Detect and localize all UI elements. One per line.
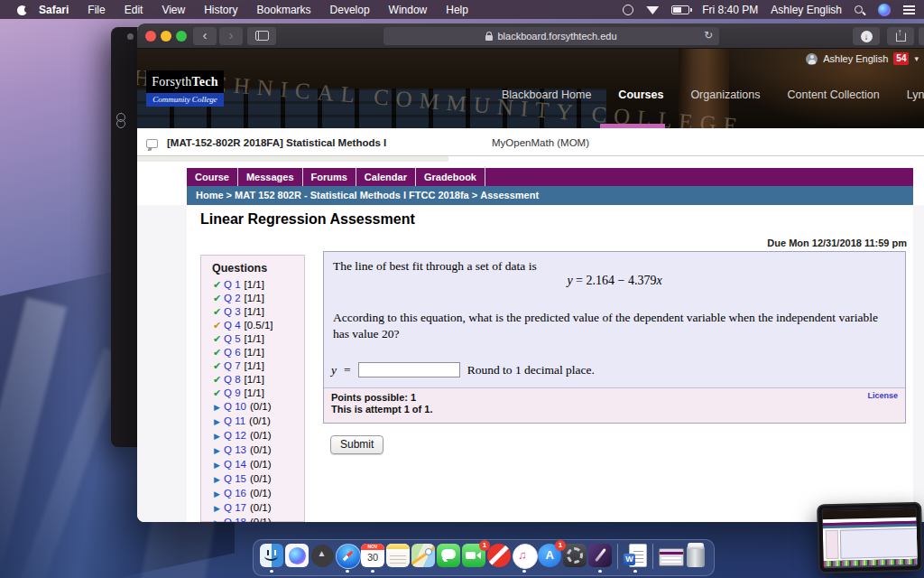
- question-link[interactable]: ✔Q 1[1/1]: [201, 278, 304, 292]
- dock-maps-icon[interactable]: [411, 544, 435, 570]
- downloads-button[interactable]: ↓: [853, 27, 880, 45]
- question-link[interactable]: ▶Q 13(0/1): [201, 443, 304, 458]
- forsyth-tech-logo[interactable]: ForsythTech Community College: [146, 70, 224, 107]
- dock-itunes-icon[interactable]: [513, 544, 536, 570]
- page-tab[interactable]: MyOpenMath (MOM): [492, 137, 589, 148]
- dock-pen-app-icon[interactable]: [588, 544, 612, 570]
- question-link[interactable]: ✔Q 9[1/1]: [201, 387, 304, 400]
- share-button[interactable]: [887, 27, 914, 45]
- question-link[interactable]: ▶Q 11(0/1): [201, 415, 304, 429]
- course-nav-course[interactable]: Course: [187, 168, 238, 186]
- site-nav-blackboard-home[interactable]: Blackboard Home: [502, 89, 591, 101]
- question-link[interactable]: ▶Q 15(0/1): [201, 472, 304, 487]
- question-link[interactable]: ▶Q 12(0/1): [201, 429, 304, 443]
- dock-calendar-icon[interactable]: NOV30: [361, 544, 384, 570]
- menu-window[interactable]: Window: [389, 4, 428, 16]
- question-link[interactable]: ✔Q 5[1/1]: [201, 332, 304, 346]
- share-icon: [896, 33, 906, 42]
- question-link[interactable]: ▶Q 14(0/1): [201, 458, 304, 472]
- course-nav-messages[interactable]: Messages: [238, 168, 303, 186]
- running-indicator: [522, 570, 526, 573]
- question-link[interactable]: ✔Q 3[1/1]: [201, 305, 304, 319]
- menu-clock[interactable]: Fri 8:40 PM: [702, 4, 758, 16]
- submit-button[interactable]: Submit: [330, 435, 383, 454]
- menu-help[interactable]: Help: [446, 4, 468, 16]
- dock-app-store-icon[interactable]: 1: [538, 544, 561, 570]
- spotlight-icon[interactable]: [855, 5, 863, 14]
- menu-file[interactable]: File: [88, 4, 105, 16]
- site-nav-organizations[interactable]: Organizations: [690, 89, 760, 101]
- question-link[interactable]: ▶Q 18(0/1): [201, 516, 304, 522]
- sidebar-toggle-button[interactable]: [247, 27, 276, 45]
- menu-view[interactable]: View: [162, 4, 185, 16]
- battery-icon[interactable]: [671, 5, 689, 14]
- notification-center-icon[interactable]: [903, 5, 915, 14]
- site-nav-content-collection[interactable]: Content Collection: [788, 89, 880, 101]
- answer-input[interactable]: [358, 362, 460, 378]
- menu-user[interactable]: Ashley English: [771, 4, 842, 16]
- question-link[interactable]: ✔Q 8[1/1]: [201, 373, 304, 387]
- course-tab-bar: [MAT-152-802R 2018FA] Statistical Method…: [137, 128, 924, 168]
- question-link[interactable]: ✔Q 7[1/1]: [201, 359, 304, 373]
- dock-launchpad-icon[interactable]: [310, 544, 334, 570]
- license-link[interactable]: License: [867, 391, 898, 400]
- forward-button[interactable]: ›: [219, 27, 243, 45]
- breadcrumb[interactable]: Home > MAT 152 802R - Statistical Method…: [187, 186, 913, 205]
- course-nav-calendar[interactable]: Calendar: [356, 168, 416, 186]
- attempt-info: This is attempt 1 of 1.: [331, 404, 432, 415]
- wifi-icon[interactable]: [646, 5, 659, 14]
- address-bar[interactable]: blackboard.forsythtech.edu ↻: [383, 27, 719, 45]
- user-name: Ashley English: [823, 53, 888, 64]
- running-indicator: [633, 570, 637, 573]
- question-link[interactable]: ✔Q 2[1/1]: [201, 292, 304, 305]
- menu-history[interactable]: History: [204, 4, 237, 16]
- question-link[interactable]: ▶Q 10(0/1): [201, 400, 304, 415]
- dock-safari-icon[interactable]: [336, 544, 359, 570]
- question-link[interactable]: ▶Q 17(0/1): [201, 501, 304, 516]
- window-control-dot[interactable]: [127, 33, 134, 40]
- apple-menu-icon[interactable]: [16, 4, 28, 15]
- dock-facetime-icon[interactable]: 1: [462, 544, 485, 570]
- arrow-icon: ▶: [210, 473, 224, 487]
- course-tab[interactable]: [MAT-152-802R 2018FA] Statistical Method…: [167, 137, 386, 148]
- questions-list: ✔Q 1[1/1]✔Q 2[1/1]✔Q 3[1/1]✔Q 4[0.5/1]✔Q…: [201, 278, 304, 522]
- refresh-icon[interactable]: ↻: [704, 29, 713, 42]
- minimize-button[interactable]: [161, 31, 171, 42]
- menu-bookmarks[interactable]: Bookmarks: [257, 4, 311, 16]
- menu-safari[interactable]: Safari: [39, 4, 69, 16]
- answer-hint: Round to 1 decimal place.: [467, 363, 595, 378]
- menu-edit[interactable]: Edit: [125, 4, 143, 16]
- user-menu[interactable]: Ashley English 54 ▾: [806, 52, 919, 65]
- close-button[interactable]: [145, 31, 156, 42]
- tabs-button[interactable]: [919, 27, 924, 45]
- site-nav-lynda-com[interactable]: Lynda.com: [907, 89, 924, 101]
- dock-notes-icon[interactable]: [386, 544, 410, 570]
- creative-cloud-icon[interactable]: [623, 5, 633, 15]
- check-icon: ✔: [210, 278, 224, 292]
- siri-icon[interactable]: [878, 4, 891, 16]
- dock-finder-icon[interactable]: [260, 544, 283, 570]
- dock-system-preferences-icon[interactable]: [563, 544, 587, 570]
- dock-news-icon[interactable]: [487, 544, 511, 570]
- dock-messages-icon[interactable]: [437, 544, 460, 570]
- question-link[interactable]: ✔Q 6[1/1]: [201, 346, 304, 359]
- check-icon: ✔: [210, 387, 224, 400]
- question-link[interactable]: ▶Q 16(0/1): [201, 487, 304, 501]
- dock-minimized-window-icon[interactable]: [659, 544, 682, 570]
- menu-bar: SafariFileEditViewHistoryBookmarksDevelo…: [0, 0, 924, 19]
- dock-separator: [652, 544, 653, 569]
- dock-trash-icon[interactable]: [684, 544, 707, 570]
- sidebar-icon: [255, 31, 269, 41]
- site-nav-courses[interactable]: Courses: [618, 89, 663, 101]
- points-possible: Points possible: 1: [331, 392, 416, 403]
- dock-word-document-icon[interactable]: [624, 544, 647, 570]
- course-nav-bar: CourseMessagesForumsCalendarGradebook: [187, 168, 913, 186]
- dock-siri-icon[interactable]: [285, 544, 309, 570]
- question-link[interactable]: ✔Q 4[0.5/1]: [201, 319, 304, 332]
- course-nav-forums[interactable]: Forums: [303, 168, 356, 186]
- back-button[interactable]: ‹: [193, 27, 217, 45]
- menu-develop[interactable]: Develop: [330, 4, 370, 16]
- screenshot-preview-window[interactable]: [817, 502, 923, 574]
- zoom-button[interactable]: [176, 31, 187, 42]
- course-nav-gradebook[interactable]: Gradebook: [416, 168, 485, 186]
